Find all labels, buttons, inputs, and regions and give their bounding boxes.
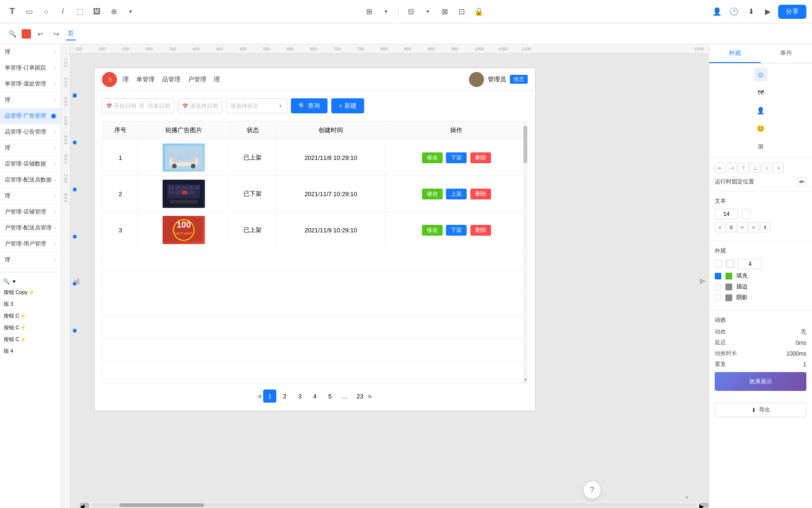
shadow-checkbox[interactable] [715, 294, 721, 301]
sidebar-item-11[interactable]: 户管理-配送员管理 › [0, 220, 61, 236]
status-select[interactable]: 请选择状态 ▼ [226, 98, 287, 113]
align-bottom[interactable]: ⊧ [773, 163, 784, 173]
panel-icon-target[interactable]: ⊙ [754, 68, 767, 81]
text-checkbox[interactable] [742, 209, 750, 219]
location-arrow[interactable]: ▼ [124, 5, 137, 18]
delete-btn-1[interactable]: 删除 [470, 152, 491, 163]
lock-tool[interactable]: 🔒 [472, 5, 485, 18]
canvas-scroll-thumb[interactable] [119, 503, 204, 507]
canvas-h-scrollbar[interactable]: ◀ ▶ [80, 502, 709, 508]
table-scrollbar[interactable]: ▼ [523, 121, 528, 384]
search-icon-2[interactable]: 🔍 [6, 27, 19, 40]
layer-item-0[interactable]: 按钮 Copy ⚡ [0, 286, 61, 298]
new-button[interactable]: + 新建 [331, 98, 364, 113]
refresh-icon[interactable] [726, 260, 734, 268]
modify-btn-1[interactable]: 修改 [422, 152, 443, 163]
download-icon[interactable]: ⬇ [744, 5, 757, 18]
image-tool[interactable]: 🖼 [90, 5, 103, 18]
rect-tool[interactable]: ▭ [23, 5, 36, 18]
share-button[interactable]: 分享 [778, 5, 806, 19]
sidebar-item-2[interactable]: 单管理-退款管理 › [0, 76, 61, 92]
layer-expand[interactable]: ▼ [12, 279, 16, 284]
align-top[interactable]: ⊥ [750, 163, 760, 173]
panel-icon-smiley[interactable]: 😊 [754, 122, 767, 135]
page-2[interactable]: 2 [278, 389, 291, 403]
align-center-v[interactable]: ⊦ [762, 163, 772, 173]
resize-tool[interactable]: ⊠ [438, 5, 452, 18]
align-tool-2[interactable]: ▼ [380, 5, 393, 18]
play-icon[interactable]: ▶ [761, 5, 774, 18]
radius-checkbox[interactable] [715, 260, 722, 268]
sidebar-item-9[interactable]: 理 › [0, 188, 61, 204]
crop-tool[interactable]: ⊡ [455, 5, 468, 18]
help-button[interactable]: ? [584, 482, 601, 499]
nav-back[interactable]: ↩ [34, 27, 47, 40]
modify-btn-2[interactable]: 修改 [422, 189, 443, 199]
text-align-center[interactable]: ≣ [726, 222, 736, 232]
modify-btn-3[interactable]: 修改 [422, 225, 443, 236]
text-tool[interactable]: T [6, 5, 19, 18]
panel-icon-map[interactable]: 🗺 [754, 86, 767, 99]
align-right[interactable]: ⊤ [738, 163, 749, 173]
text-align-left[interactable]: ≡ [715, 222, 725, 232]
panel-icon-table[interactable]: ⊞ [754, 140, 767, 153]
layer-item-group3[interactable]: 组 3 [0, 298, 61, 310]
sidebar-item-6[interactable]: 理 › [0, 140, 61, 156]
layer-item-1[interactable]: 按钮 C ⚡ [0, 310, 61, 322]
canvas-scroll-left[interactable]: ◀ [80, 503, 89, 508]
align-left[interactable]: ⊢ [715, 163, 725, 173]
sidebar-item-7[interactable]: 店管理-店铺数据 › [0, 156, 61, 172]
text-style-more[interactable]: ⬆ [760, 222, 770, 232]
prev-arrow[interactable]: ◀ [257, 393, 261, 399]
align-tool-1[interactable]: ⊞ [363, 5, 376, 18]
tab-appearance[interactable]: 外观 [709, 44, 761, 63]
shelf-btn-1[interactable]: 下架 [446, 152, 467, 163]
canvas-nav-down[interactable]: ▼ [684, 494, 690, 501]
delete-btn-3[interactable]: 删除 [470, 225, 491, 236]
query-button[interactable]: 🔍 查询 [291, 98, 328, 113]
search-icon-layer[interactable]: 🔍 [3, 278, 10, 285]
sidebar-item-10[interactable]: 户管理-店铺管理 › [0, 204, 61, 220]
panel-icon-user[interactable]: 👤 [754, 104, 767, 117]
export-button[interactable]: ⬇ 导出 [715, 403, 806, 417]
fill-checkbox[interactable] [715, 273, 721, 279]
frame-tool[interactable]: ⬚ [73, 5, 86, 18]
delete-btn-2[interactable]: 删除 [470, 189, 491, 199]
align-tool-3[interactable]: ⊟ [405, 5, 418, 18]
page-tab[interactable]: 页 [66, 27, 76, 40]
text-align-right[interactable]: ⊨ [737, 222, 748, 232]
align-center-h[interactable]: ⊣ [726, 163, 737, 173]
date-picker-filter[interactable]: 📅 请选择日期 [178, 98, 222, 113]
sidebar-item-4-ad[interactable]: 品管理-广告管理 [0, 108, 61, 124]
sidebar-item-12[interactable]: 户管理-用户管理 › [0, 236, 61, 252]
canvas-nav-left[interactable]: ◀ [73, 276, 79, 286]
font-size-input[interactable]: 14 [715, 209, 738, 219]
shadow-color[interactable] [725, 294, 733, 302]
shelf-btn-2[interactable]: 上架 [446, 189, 467, 199]
page-1[interactable]: 1 [263, 389, 276, 403]
page-4[interactable]: 4 [308, 389, 321, 403]
page-5[interactable]: 5 [323, 389, 336, 403]
scrollbar-thumb[interactable] [523, 126, 527, 163]
next-arrow[interactable]: ▶ [368, 393, 373, 399]
line-tool[interactable]: / [56, 5, 70, 18]
effect-preview[interactable]: 效果展示 [715, 372, 806, 391]
canvas-nav-right[interactable]: ▶ [700, 276, 706, 286]
fill-color[interactable] [725, 272, 733, 280]
sidebar-item-5[interactable]: 品管理-公告管理 › [0, 124, 61, 140]
tab-events[interactable]: 事件 [761, 44, 812, 63]
shelf-btn-3[interactable]: 下架 [446, 225, 467, 236]
location-tool[interactable]: ⊕ [107, 5, 120, 18]
border-checkbox[interactable] [715, 284, 721, 290]
radius-value[interactable]: 4 [738, 259, 762, 269]
sidebar-item-13[interactable]: 理 › [0, 252, 61, 268]
page-23[interactable]: 23 [353, 389, 367, 403]
page-3[interactable]: 3 [293, 389, 306, 403]
runtime-position-edit[interactable]: ✏ [797, 177, 806, 186]
canvas-scroll-right[interactable]: ▶ [699, 503, 709, 508]
align-tool-4[interactable]: ▼ [422, 5, 435, 18]
sidebar-item-1[interactable]: 单管理-订单跟踪 › [0, 60, 61, 76]
user-icon[interactable]: 👤 [710, 5, 724, 18]
layer-item-2[interactable]: 按钮 C ⚡ [0, 322, 61, 333]
scroll-down-btn[interactable]: ▼ [523, 375, 528, 384]
